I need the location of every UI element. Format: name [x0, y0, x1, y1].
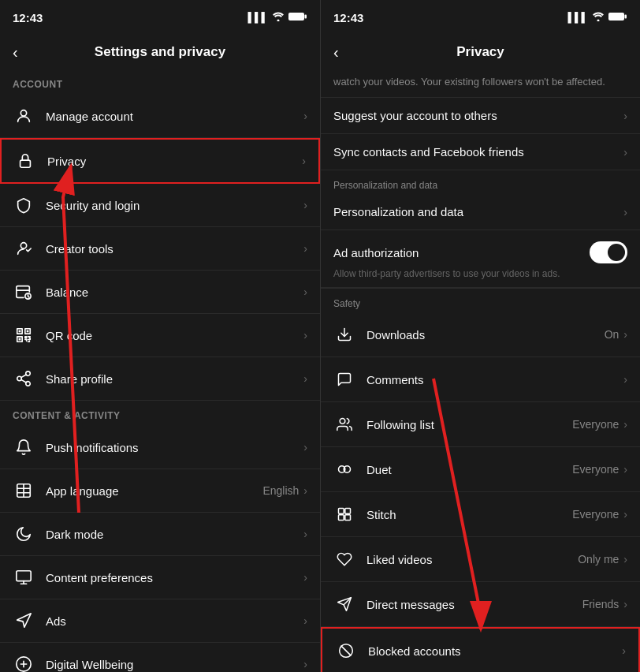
privacy-item-comments[interactable]: Comments ›	[321, 357, 640, 402]
ad-auth-toggle[interactable]	[590, 241, 627, 263]
duet-icon	[333, 458, 355, 480]
left-nav-bar: ‹ Settings and privacy	[0, 35, 320, 69]
left-status-bar: 12:43 ▌▌▌	[0, 0, 320, 35]
right-time: 12:43	[333, 11, 363, 24]
menu-item-share[interactable]: Share profile ›	[0, 357, 320, 401]
creator-label: Creator tools	[46, 242, 303, 256]
menu-item-manage-account[interactable]: Manage account ›	[0, 95, 320, 138]
downloads-value: On	[605, 328, 620, 341]
chevron-icon: ›	[303, 528, 307, 540]
privacy-item-duet[interactable]: Duet Everyone ›	[321, 447, 640, 492]
right-status-icons: ▌▌▌	[567, 12, 627, 24]
chevron-icon: ›	[303, 110, 307, 122]
chevron-icon: ›	[303, 372, 307, 385]
lock-icon	[14, 150, 36, 172]
chevron-icon: ›	[623, 598, 627, 610]
following-value: Everyone	[572, 418, 619, 431]
personalization-section-label: Personalization and data	[321, 170, 640, 194]
left-back-button[interactable]: ‹	[13, 43, 18, 62]
chevron-icon: ›	[303, 199, 307, 211]
manage-account-label: Manage account	[46, 110, 303, 123]
push-notif-label: Push notifications	[46, 441, 303, 454]
menu-item-push-notif[interactable]: Push notifications ›	[0, 426, 320, 469]
person-icon	[13, 105, 35, 127]
chevron-icon: ›	[623, 418, 627, 431]
chevron-icon: ›	[623, 508, 627, 521]
chevron-icon: ›	[623, 553, 627, 566]
qr-icon	[13, 324, 35, 346]
left-scroll-content: ACCOUNT Manage account › Privacy ›	[0, 69, 320, 672]
menu-item-language[interactable]: App language English ›	[0, 469, 320, 513]
signal-icon: ▌▌▌	[567, 12, 588, 23]
digital-label: Digital Wellbeing	[46, 658, 303, 671]
heart-icon	[333, 548, 355, 570]
chevron-icon: ›	[303, 614, 307, 627]
right-nav-bar: ‹ Privacy	[321, 35, 640, 69]
privacy-item-personalization[interactable]: Personalization and data ›	[321, 194, 640, 230]
menu-item-creator[interactable]: Creator tools ›	[0, 227, 320, 271]
sync-label: Sync contacts and Facebook friends	[333, 145, 623, 159]
privacy-item-ad-auth[interactable]: Ad authorization	[321, 230, 640, 268]
menu-item-digital[interactable]: Digital Wellbeing ›	[0, 643, 320, 672]
download-icon	[333, 323, 355, 345]
privacy-item-downloads[interactable]: Downloads On ›	[321, 312, 640, 357]
privacy-item-stitch[interactable]: Stitch Everyone ›	[321, 492, 640, 537]
privacy-item-suggest[interactable]: Suggest your account to others ›	[321, 98, 640, 134]
wifi-icon	[592, 12, 605, 24]
battery-icon	[288, 12, 307, 24]
stitch-value: Everyone	[572, 508, 619, 521]
menu-item-ads[interactable]: Ads ›	[0, 599, 320, 643]
privacy-item-sync[interactable]: Sync contacts and Facebook friends ›	[321, 134, 640, 170]
following-icon	[333, 413, 355, 435]
liked-value: Only me	[578, 553, 619, 566]
svg-point-2	[20, 110, 26, 116]
dark-mode-label: Dark mode	[46, 528, 303, 541]
left-status-icons: ▌▌▌	[247, 12, 307, 24]
menu-item-privacy[interactable]: Privacy ›	[0, 138, 320, 184]
svg-rect-3	[20, 160, 31, 167]
privacy-item-dm[interactable]: Direct messages Friends ›	[321, 582, 640, 627]
safety-section-label: Safety	[321, 289, 640, 312]
duet-label: Duet	[367, 463, 572, 476]
chevron-icon: ›	[303, 484, 307, 497]
share-icon	[13, 368, 35, 390]
privacy-item-following[interactable]: Following list Everyone ›	[321, 402, 640, 447]
svg-rect-1	[305, 14, 307, 18]
downloads-label: Downloads	[367, 328, 605, 342]
svg-rect-9	[19, 330, 21, 333]
chevron-icon: ›	[623, 328, 627, 341]
svg-rect-23	[339, 509, 344, 514]
chevron-icon: ›	[623, 373, 627, 386]
svg-rect-17	[608, 13, 624, 21]
duet-value: Everyone	[572, 463, 619, 476]
bell-icon	[13, 436, 35, 458]
balance-label: Balance	[46, 286, 303, 299]
following-label: Following list	[367, 418, 572, 431]
creator-icon	[13, 237, 35, 259]
chevron-icon: ›	[303, 658, 307, 670]
menu-item-balance[interactable]: Balance ›	[0, 271, 320, 314]
chevron-icon: ›	[303, 242, 307, 255]
share-label: Share profile	[46, 372, 303, 386]
battery-icon	[608, 12, 627, 24]
comment-icon	[333, 368, 355, 390]
chevron-icon: ›	[623, 206, 627, 218]
svg-rect-10	[27, 330, 29, 333]
wifi-icon	[272, 12, 285, 24]
privacy-label: Privacy	[47, 155, 302, 168]
moon-icon	[13, 523, 35, 545]
chevron-icon: ›	[622, 644, 626, 657]
menu-item-dark-mode[interactable]: Dark mode ›	[0, 513, 320, 556]
right-status-bar: 12:43 ▌▌▌	[321, 0, 640, 35]
ad-auth-label: Ad authorization	[333, 246, 590, 259]
menu-item-security[interactable]: Security and login ›	[0, 184, 320, 227]
menu-item-content-pref[interactable]: Content preferences ›	[0, 556, 320, 599]
privacy-item-blocked[interactable]: Blocked accounts ›	[321, 627, 640, 672]
qr-label: QR code	[46, 329, 303, 342]
privacy-item-liked[interactable]: Liked videos Only me ›	[321, 537, 640, 582]
right-back-button[interactable]: ‹	[333, 43, 339, 62]
personalization-label: Personalization and data	[333, 205, 623, 218]
svg-rect-0	[288, 13, 304, 21]
menu-item-qr[interactable]: QR code ›	[0, 314, 320, 357]
leaf-icon	[13, 653, 35, 672]
